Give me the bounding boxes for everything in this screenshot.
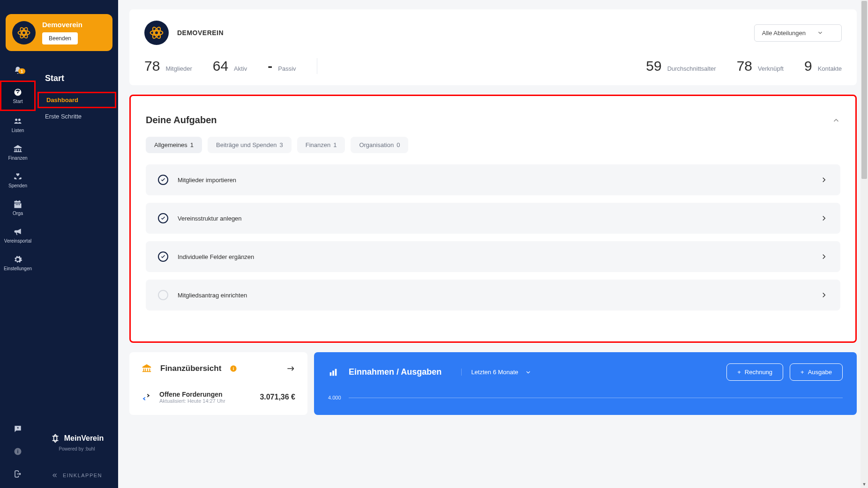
nav-listen[interactable]: Listen xyxy=(0,111,36,139)
tasks-card: Deine Aufgaben Allgemeines1 Beiträge und… xyxy=(129,95,857,343)
svg-rect-12 xyxy=(335,369,337,376)
stat-mitglieder: 78 Mitglieder xyxy=(144,58,213,74)
gauge-icon xyxy=(13,88,22,97)
income-expense-title: Einnahmen / Ausgaben xyxy=(349,367,441,377)
chevron-up-icon[interactable] xyxy=(832,116,840,125)
chevron-down-icon xyxy=(525,369,531,376)
org-name: Demoverein xyxy=(42,21,82,29)
chevron-right-icon xyxy=(820,176,828,184)
tasks-title: Deine Aufgaben xyxy=(146,115,217,126)
period-select[interactable]: Letzten 6 Monate xyxy=(461,369,531,376)
empty-circle-icon xyxy=(158,290,168,300)
help-chat-icon xyxy=(13,424,22,434)
info-icon[interactable] xyxy=(230,365,237,372)
svg-point-1 xyxy=(22,31,26,35)
tab-finanzen[interactable]: Finanzen1 xyxy=(297,137,345,153)
nav-einstellungen[interactable]: Einstellungen xyxy=(0,249,36,277)
transfer-icon xyxy=(142,392,151,402)
task-item[interactable]: Individuelle Felder ergänzen xyxy=(146,241,840,272)
open-claims-amount: 3.071,36 € xyxy=(260,393,295,401)
secondary-nav-title: Start xyxy=(45,74,118,83)
nav-vereinsportal[interactable]: Vereinsportal xyxy=(0,222,36,249)
org-card: Demoverein Beenden xyxy=(6,14,112,51)
scrollbar-thumb[interactable] xyxy=(861,1,867,179)
svg-point-5 xyxy=(155,31,158,35)
open-claims-title: Offene Forderungen xyxy=(159,391,225,398)
nav-help[interactable] xyxy=(0,424,36,434)
arrow-right-icon[interactable] xyxy=(286,364,295,373)
stat-alter: 59 Durchschnittsalter xyxy=(646,58,736,74)
open-claims-updated: Aktualisiert: Heute 14:27 Uhr xyxy=(159,398,225,404)
tab-organisation[interactable]: Organisation0 xyxy=(351,137,408,153)
nav-rail: 1 Start Listen Finanzen xyxy=(0,0,36,488)
nav-notifications[interactable]: 1 xyxy=(0,66,36,81)
nav-logout[interactable] xyxy=(0,469,36,479)
chart-y-tick: 4.000 xyxy=(328,395,341,400)
svg-rect-10 xyxy=(330,372,332,376)
plus-icon: + xyxy=(801,369,804,376)
org-header-name: DEMOVEREIN xyxy=(177,29,224,37)
chevron-down-icon xyxy=(817,30,823,36)
stat-passiv: - Passiv xyxy=(268,58,316,74)
task-tabs: Allgemeines1 Beiträge und Spenden3 Finan… xyxy=(146,137,840,153)
ausgabe-button[interactable]: + Ausgabe xyxy=(790,363,843,381)
scrollbar-down-icon[interactable]: ▼ xyxy=(861,481,868,488)
task-item[interactable]: Mitgliedsantrag einrichten xyxy=(146,280,840,311)
scrollbar[interactable]: ▲ ▼ xyxy=(861,0,868,488)
finance-title: Finanzübersicht xyxy=(160,364,221,373)
rechnung-button[interactable]: + Rechnung xyxy=(726,363,783,381)
collapse-button[interactable]: EINKLAPPEN xyxy=(36,461,118,488)
chevron-right-icon xyxy=(820,291,828,299)
main-content: DEMOVEREIN Alle Abteilungen 78 Mitgliede… xyxy=(118,0,868,488)
nav-orga[interactable]: Orga xyxy=(0,194,36,222)
department-select[interactable]: Alle Abteilungen xyxy=(754,24,842,42)
megaphone-icon xyxy=(13,227,22,237)
chevron-double-left-icon xyxy=(52,472,58,479)
check-circle-icon xyxy=(158,175,168,185)
secondary-nav-dashboard[interactable]: Dashboard xyxy=(37,92,116,108)
nav-start[interactable]: Start xyxy=(0,81,36,111)
header-card: DEMOVEREIN Alle Abteilungen 78 Mitgliede… xyxy=(129,9,857,85)
powered-by: Powered by :buhl xyxy=(45,446,109,451)
plus-icon: + xyxy=(737,369,741,376)
logout-icon xyxy=(13,469,22,479)
stat-verknuepft: 78 Verknüpft xyxy=(737,58,804,74)
tab-allgemeines[interactable]: Allgemeines1 xyxy=(146,137,202,153)
check-circle-icon xyxy=(158,251,168,262)
nav-secondary: Demoverein Beenden Start Dashboard Erste… xyxy=(36,0,118,488)
secondary-nav-erste-schritte[interactable]: Erste Schritte xyxy=(36,108,118,125)
gear-icon xyxy=(13,255,22,264)
finance-overview-card: Finanzübersicht Offene Forderungen Aktua… xyxy=(129,352,307,415)
end-button[interactable]: Beenden xyxy=(42,32,78,44)
nav-info[interactable] xyxy=(0,447,36,456)
svg-rect-11 xyxy=(332,370,334,376)
org-header-avatar xyxy=(144,21,169,45)
nav-finanzen[interactable]: Finanzen xyxy=(0,139,36,166)
bar-chart-icon xyxy=(328,367,338,377)
bank-icon xyxy=(142,363,152,374)
tab-beitraege[interactable]: Beiträge und Spenden3 xyxy=(208,137,292,153)
nav-spenden[interactable]: Spenden xyxy=(0,166,36,194)
task-item[interactable]: Vereinsstruktur anlegen xyxy=(146,203,840,234)
info-icon xyxy=(13,447,22,456)
task-item[interactable]: Mitglieder importieren xyxy=(146,164,840,195)
bank-icon xyxy=(13,144,22,154)
chevron-right-icon xyxy=(820,252,828,261)
stat-kontakte: 9 Kontakte xyxy=(804,58,842,74)
calendar-icon xyxy=(13,200,22,209)
stat-aktiv: 64 Aktiv xyxy=(213,58,268,74)
income-expense-card: Einnahmen / Ausgaben Letzten 6 Monate + … xyxy=(314,352,857,415)
hands-heart-icon xyxy=(13,172,22,181)
check-circle-icon xyxy=(158,213,168,223)
org-avatar xyxy=(12,21,36,44)
notification-badge: 1 xyxy=(18,68,25,74)
people-icon xyxy=(13,117,22,126)
finance-row: Finanzübersicht Offene Forderungen Aktua… xyxy=(129,352,857,415)
chevron-right-icon xyxy=(820,214,828,222)
app-logo: MeinVerein xyxy=(45,433,109,444)
